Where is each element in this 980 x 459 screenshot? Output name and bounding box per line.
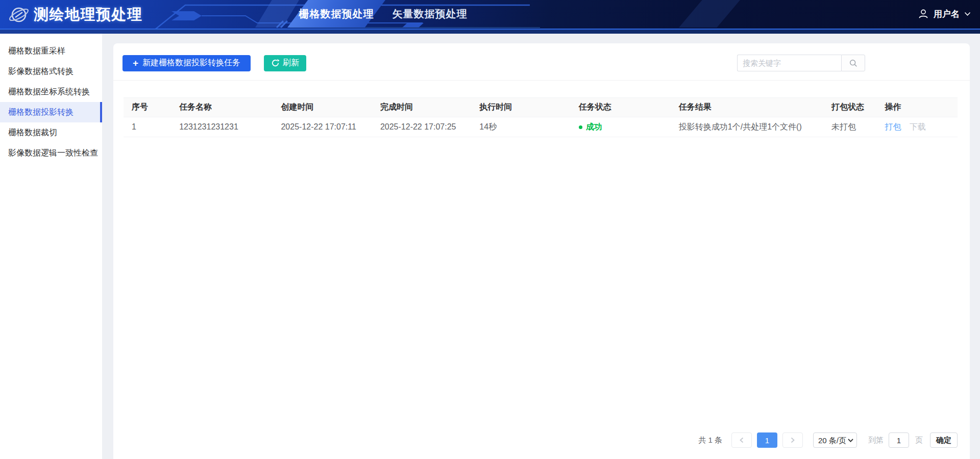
cell-duration: 14秒: [471, 117, 570, 137]
col-index: 序号: [124, 98, 171, 117]
new-task-button[interactable]: + 新建栅格数据投影转换任务: [122, 55, 251, 71]
search-icon: [849, 59, 858, 68]
cell-package-status: 未打包: [823, 117, 877, 137]
col-status: 任务状态: [571, 98, 671, 117]
confirm-button[interactable]: 确定: [930, 432, 958, 448]
user-icon: [918, 8, 929, 19]
col-duration: 执行时间: [471, 98, 570, 117]
task-table-wrap: 序号 任务名称 创建时间 完成时间 执行时间 任务状态 任务结果 打包状态 操作: [124, 97, 958, 432]
cell-index: 1: [124, 117, 171, 137]
download-link[interactable]: 下载: [910, 122, 926, 131]
top-tabs: 栅格数据预处理 矢量数据预处理: [0, 0, 980, 28]
user-name: 用户名: [934, 8, 960, 20]
current-page-button[interactable]: 1: [757, 432, 777, 448]
pagination: 共 1 条 1 20 条/页: [113, 432, 970, 459]
search-input[interactable]: [737, 55, 841, 71]
col-task-name: 任务名称: [171, 98, 273, 117]
search-group: [737, 55, 865, 71]
sidebar-item-raster-coordinate-convert[interactable]: 栅格数据坐标系统转换: [0, 82, 102, 102]
content-area: + 新建栅格数据投影转换任务 刷新: [102, 34, 980, 459]
header-bottom-band: [0, 29, 980, 34]
search-button[interactable]: [841, 55, 865, 71]
cell-task-name: 1231231231231: [171, 117, 273, 137]
package-link[interactable]: 打包: [885, 122, 901, 131]
cell-status: 成功: [571, 117, 671, 137]
goto-page-input[interactable]: [889, 432, 909, 448]
tab-label: 栅格数据预处理: [287, 0, 385, 28]
cell-created-at: 2025-12-22 17:07:11: [273, 117, 372, 137]
toolbar: + 新建栅格数据投影转换任务 刷新: [113, 43, 970, 81]
sidebar-item-image-logic-consistency-check[interactable]: 影像数据逻辑一致性检查: [0, 143, 102, 163]
user-menu[interactable]: 用户名: [918, 0, 971, 28]
sidebar-item-raster-projection-convert[interactable]: 栅格数据投影转换: [0, 102, 102, 122]
sidebar-item-image-format-convert[interactable]: 影像数据格式转换: [0, 61, 102, 82]
app-header: 测绘地理预处理 栅格数据预处理 矢量数据预处理 用户名: [0, 0, 980, 34]
pagination-total: 共 1 条: [698, 436, 722, 445]
new-task-label: 新建栅格数据投影转换任务: [142, 58, 240, 68]
tab-raster-preprocess[interactable]: 栅格数据预处理: [287, 0, 385, 28]
chevron-left-icon: [739, 437, 744, 443]
col-result: 任务结果: [671, 98, 823, 117]
cell-result: 投影转换成功1个/共处理1个文件(): [671, 117, 823, 137]
table-row: 1 1231231231231 2025-12-22 17:07:11 2025…: [124, 117, 958, 137]
status-text: 成功: [586, 122, 602, 133]
col-created-at: 创建时间: [273, 98, 372, 117]
page-size-select[interactable]: 20 条/页: [813, 432, 857, 448]
goto-suffix-label: 页: [915, 436, 923, 445]
cell-finished-at: 2025-12-22 17:07:25: [372, 117, 471, 137]
refresh-button[interactable]: 刷新: [264, 55, 306, 71]
content-card: + 新建栅格数据投影转换任务 刷新: [113, 43, 970, 459]
task-table: 序号 任务名称 创建时间 完成时间 执行时间 任务状态 任务结果 打包状态 操作: [124, 97, 958, 137]
sidebar-item-raster-resample[interactable]: 栅格数据重采样: [0, 41, 102, 61]
refresh-icon: [271, 59, 280, 67]
prev-page-button[interactable]: [731, 432, 752, 448]
goto-prefix-label: 到第: [868, 436, 884, 445]
col-finished-at: 完成时间: [372, 98, 471, 117]
next-page-button[interactable]: [782, 432, 803, 448]
refresh-label: 刷新: [283, 58, 299, 68]
page-size-select-wrap: 20 条/页: [813, 432, 857, 448]
chevron-right-icon: [790, 437, 795, 443]
sidebar: 栅格数据重采样 影像数据格式转换 栅格数据坐标系统转换 栅格数据投影转换 栅格数…: [0, 34, 102, 459]
cell-actions: 打包 下载: [876, 117, 958, 137]
tab-vector-preprocess[interactable]: 矢量数据预处理: [389, 0, 470, 28]
col-package-status: 打包状态: [823, 98, 877, 117]
col-actions: 操作: [876, 98, 958, 117]
plus-icon: +: [133, 58, 138, 68]
table-header-row: 序号 任务名称 创建时间 完成时间 执行时间 任务状态 任务结果 打包状态 操作: [124, 98, 958, 117]
sidebar-item-raster-clip[interactable]: 栅格数据裁切: [0, 122, 102, 143]
status-dot: [579, 125, 582, 129]
chevron-down-icon: [964, 12, 971, 16]
